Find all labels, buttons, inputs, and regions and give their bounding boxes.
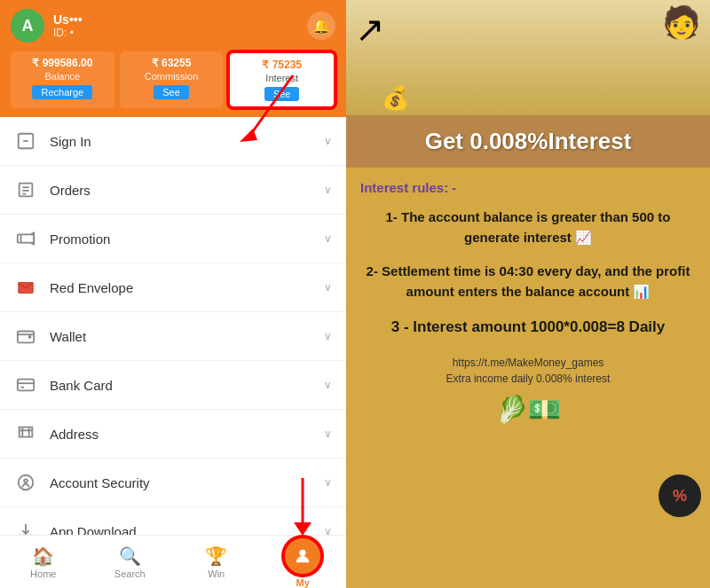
interest-see-button[interactable]: See bbox=[264, 87, 300, 101]
balance-label: Balance bbox=[18, 71, 107, 82]
nav-my-label: My bbox=[296, 577, 310, 588]
nav-home[interactable]: 🏠 Home bbox=[0, 536, 87, 588]
promo-title-wrapper: Get 0.008%Interest bbox=[346, 115, 710, 168]
chevron-icon: ∨ bbox=[324, 281, 332, 294]
menu-item-account-security[interactable]: Account Security ∨ bbox=[0, 459, 346, 507]
orders-icon bbox=[14, 178, 37, 201]
nav-search[interactable]: 🔍 Search bbox=[87, 536, 174, 588]
bank-card-icon bbox=[14, 373, 37, 396]
account-security-icon bbox=[14, 471, 37, 494]
menu-label-sign-in: Sign In bbox=[50, 134, 324, 149]
nav-home-label: Home bbox=[30, 568, 56, 579]
bottom-nav: 🏠 Home 🔍 Search 🏆 Win My bbox=[0, 535, 346, 588]
balance-box: ₹ 999586.00 Balance Recharge bbox=[11, 51, 114, 108]
rule-3: 3 - Interest amount 1000*0.008=8 Daily bbox=[360, 316, 696, 339]
home-icon: 🏠 bbox=[32, 545, 54, 567]
rule-2: 2- Settlement time is 04:30 every day, a… bbox=[360, 262, 696, 302]
chevron-icon: ∨ bbox=[324, 330, 332, 342]
svg-rect-12 bbox=[18, 380, 34, 391]
deco-figure: 🧑 bbox=[662, 4, 701, 41]
header: A Us••• ID: • 🔔 ₹ 999586.00 Balance Rech… bbox=[0, 0, 346, 117]
commission-amount: ₹ 63255 bbox=[127, 57, 217, 69]
chevron-icon: ∨ bbox=[324, 135, 332, 147]
user-id: ID: • bbox=[53, 27, 307, 39]
menu-label-account-security: Account Security bbox=[50, 475, 324, 490]
menu-label-orders: Orders bbox=[50, 183, 324, 198]
interest-amount: ₹ 75235 bbox=[237, 59, 327, 71]
chevron-icon: ∨ bbox=[324, 232, 332, 245]
svg-point-22 bbox=[300, 549, 306, 555]
menu-item-orders[interactable]: Orders ∨ bbox=[0, 166, 346, 215]
sign-in-icon bbox=[14, 129, 37, 153]
menu-item-bank-card[interactable]: Bank Card ∨ bbox=[0, 361, 346, 410]
promotion-icon bbox=[14, 227, 37, 250]
promo-content: Interest rules: - 1- The account balance… bbox=[346, 168, 710, 588]
recharge-button[interactable]: Recharge bbox=[32, 85, 92, 99]
nav-search-label: Search bbox=[114, 568, 146, 579]
app-download-icon bbox=[14, 520, 37, 535]
search-icon: 🔍 bbox=[119, 545, 141, 567]
left-panel: A Us••• ID: • 🔔 ₹ 999586.00 Balance Rech… bbox=[0, 0, 346, 588]
menu-label-address: Address bbox=[50, 427, 324, 442]
menu-label-wallet: Wallet bbox=[50, 329, 324, 344]
commission-label: Commission bbox=[127, 71, 217, 82]
menu-item-red-envelope[interactable]: Red Envelope ∨ bbox=[0, 263, 346, 312]
chevron-icon: ∨ bbox=[324, 525, 332, 535]
wallet-icon bbox=[14, 325, 37, 348]
promo-link: https://t.me/MakeMoney_games bbox=[360, 357, 696, 369]
commission-box: ₹ 63255 Commission See bbox=[120, 51, 224, 108]
rules-title: Interest rules: - bbox=[360, 180, 696, 195]
deco-arrow: ↗ bbox=[355, 9, 385, 50]
rule-1: 1- The account balance is greater than 5… bbox=[360, 208, 696, 247]
my-active-wrapper bbox=[283, 537, 322, 576]
avatar: A bbox=[11, 9, 44, 43]
user-info: Us••• ID: • bbox=[53, 12, 307, 39]
menu-item-app-download[interactable]: App Download ∨ bbox=[0, 507, 346, 535]
chevron-icon: ∨ bbox=[324, 184, 332, 196]
chevron-icon: ∨ bbox=[324, 476, 332, 489]
deco-money: 💰 bbox=[382, 85, 409, 111]
interest-box: ₹ 75235 Interest See bbox=[228, 51, 335, 108]
notification-button[interactable]: 🔔 bbox=[307, 12, 335, 40]
nav-win-label: Win bbox=[208, 568, 225, 579]
menu-label-app-download: App Download bbox=[50, 524, 324, 536]
nav-win[interactable]: 🏆 Win bbox=[173, 536, 260, 588]
menu-item-wallet[interactable]: Wallet ∨ bbox=[0, 312, 346, 361]
red-envelope-icon bbox=[14, 276, 37, 299]
my-person-icon bbox=[293, 546, 312, 566]
chevron-icon: ∨ bbox=[324, 379, 332, 391]
percent-badge: % bbox=[659, 474, 701, 517]
interest-label: Interest bbox=[237, 73, 327, 83]
menu-label-bank-card: Bank Card bbox=[50, 378, 324, 393]
nav-my[interactable]: My bbox=[260, 536, 347, 588]
promo-title: Get 0.008%Interest bbox=[355, 128, 701, 155]
promo-banner: ↗ 🧑 💰 Get 0.008%Interest Interest rules:… bbox=[346, 0, 710, 588]
commission-see-button[interactable]: See bbox=[154, 85, 189, 99]
balance-amount: ₹ 999586.00 bbox=[18, 57, 107, 69]
menu-item-sign-in[interactable]: Sign In ∨ bbox=[0, 117, 346, 166]
address-icon bbox=[14, 422, 37, 445]
menu-label-red-envelope: Red Envelope bbox=[50, 280, 324, 295]
promo-top-area: ↗ 🧑 💰 bbox=[346, 0, 710, 115]
promo-extra: Extra income daily 0.008% interest bbox=[360, 372, 696, 385]
right-panel: ↗ 🧑 💰 Get 0.008%Interest Interest rules:… bbox=[346, 0, 710, 588]
win-icon: 🏆 bbox=[205, 545, 227, 567]
user-name: Us••• bbox=[53, 12, 307, 27]
menu: Sign In ∨ Orders ∨ Promotion ∨ Red Envel… bbox=[0, 117, 346, 535]
deco-coins: 🥬💵 bbox=[360, 394, 696, 425]
chevron-icon: ∨ bbox=[324, 427, 332, 440]
menu-label-promotion: Promotion bbox=[50, 231, 324, 247]
menu-item-promotion[interactable]: Promotion ∨ bbox=[0, 215, 346, 263]
menu-item-address[interactable]: Address ∨ bbox=[0, 410, 346, 459]
